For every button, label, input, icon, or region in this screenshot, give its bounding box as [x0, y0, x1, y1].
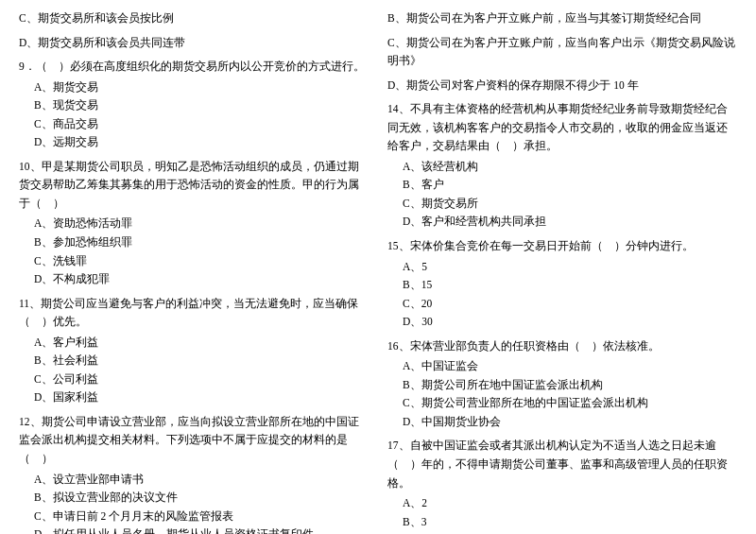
q16-option-b: B、期货公司所在地中国证监会派出机构 [387, 376, 737, 395]
q16-text: 16、宋体营业部负责人的任职资格由（ ）依法核准。 [387, 337, 737, 356]
q9-text: 9．（ ）必须在高度组织化的期货交易所内以公开竞价的方式进行。 [19, 58, 369, 77]
item-b-sign-contract: B、期货公司在为客户开立账户前，应当与其签订期货经纪合同 [387, 9, 737, 28]
q11-option-d: D、国家利益 [19, 388, 369, 407]
item-d-exchange-joint: D、期货交易所和该会员共同连带 [19, 34, 369, 53]
q14-option-c: C、期货交易所 [387, 195, 737, 214]
q11-option-b: B、社会利益 [19, 352, 369, 370]
item-d-10year-text: D、期货公司对客户资料的保存期限不得少于 10 年 [387, 77, 737, 95]
q9-option-b: B、现货交易 [19, 96, 369, 115]
q15-option-b: B、15 [387, 276, 737, 295]
question-15: 15、宋体价集合竞价在每一交易日开始前（ ）分钟内进行。 A、5 B、15 C、… [387, 237, 737, 332]
left-column: C、期货交易所和该会员按比例 D、期货交易所和该会员共同连带 9．（ ）必须在高… [19, 9, 369, 534]
q12-option-c: C、申请日前 2 个月月末的风险监管报表 [19, 508, 369, 526]
q16-option-a: A、中国证监会 [387, 357, 737, 376]
question-11: 11、期货公司应当避免与客户的利益冲突，当无法避免时，应当确保（ ）优先。 A、… [19, 295, 369, 407]
q12-text: 12、期货公司申请设立营业部，应当向拟设立营业部所在地的中国证监会派出机构提交相… [19, 413, 369, 469]
q12-option-d: D、拟任用从业人员名册、期货从业人员资格证书复印件 [19, 525, 369, 534]
q9-option-c: C、商品交易 [19, 115, 369, 134]
q16-option-d: D、中国期货业协会 [387, 413, 737, 432]
q15-option-a: A、5 [387, 258, 737, 277]
q11-option-c: C、公司利益 [19, 370, 369, 389]
item-d-text: D、期货交易所和该会员共同连带 [19, 34, 369, 53]
q17-option-a: A、2 [387, 494, 737, 513]
item-d-10year: D、期货公司对客户资料的保存期限不得少于 10 年 [387, 77, 737, 95]
item-c-risk-text: C、期货公司在为客户开立账户前，应当向客户出示《期货交易风险说明书》 [387, 34, 737, 71]
question-17: 17、自被中国证监会或者其派出机构认定为不适当人选之日起未逾（ ）年的，不得申请… [387, 437, 737, 534]
q14-text: 14、不具有主体资格的经营机构从事期货经纪业务前导致期货经纪合同无效，该机构客客… [387, 100, 737, 156]
right-column: B、期货公司在为客户开立账户前，应当与其签订期货经纪合同 C、期货公司在为客户开… [387, 9, 737, 534]
question-9: 9．（ ）必须在高度组织化的期货交易所内以公开竞价的方式进行。 A、期货交易 B… [19, 58, 369, 152]
item-c-exchange-fee: C、期货交易所和该会员按比例 [19, 9, 369, 28]
question-10: 10、甲是某期货公司职员，明知乙是恐怖活动组织的成员，仍通过期货交易帮助乙筹集其… [19, 158, 369, 289]
q11-text: 11、期货公司应当避免与客户的利益冲突，当无法避免时，应当确保（ ）优先。 [19, 295, 369, 332]
q10-option-b: B、参加恐怖组织罪 [19, 233, 369, 252]
q14-option-b: B、客户 [387, 176, 737, 195]
q9-option-a: A、期货交易 [19, 78, 369, 97]
q17-option-b: B、3 [387, 513, 737, 532]
item-b-text: B、期货公司在为客户开立账户前，应当与其签订期货经纪合同 [387, 9, 737, 28]
question-16: 16、宋体营业部负责人的任职资格由（ ）依法核准。 A、中国证监会 B、期货公司… [387, 337, 737, 432]
page-container: C、期货交易所和该会员按比例 D、期货交易所和该会员共同连带 9．（ ）必须在高… [19, 9, 737, 534]
item-c-risk-book: C、期货公司在为客户开立账户前，应当向客户出示《期货交易风险说明书》 [387, 34, 737, 71]
q10-text: 10、甲是某期货公司职员，明知乙是恐怖活动组织的成员，仍通过期货交易帮助乙筹集其… [19, 158, 369, 214]
q10-option-d: D、不构成犯罪 [19, 270, 369, 289]
question-14: 14、不具有主体资格的经营机构从事期货经纪业务前导致期货经纪合同无效，该机构客客… [387, 100, 737, 232]
q12-option-a: A、设立营业部申请书 [19, 471, 369, 490]
q15-text: 15、宋体价集合竞价在每一交易日开始前（ ）分钟内进行。 [387, 237, 737, 256]
q12-option-b: B、拟设立营业部的决议文件 [19, 489, 369, 508]
q14-option-a: A、该经营机构 [387, 158, 737, 177]
q15-option-d: D、30 [387, 313, 737, 332]
q10-option-a: A、资助恐怖活动罪 [19, 215, 369, 233]
q9-option-d: D、远期交易 [19, 133, 369, 152]
q17-text: 17、自被中国证监会或者其派出机构认定为不适当人选之日起未逾（ ）年的，不得申请… [387, 437, 737, 492]
question-12: 12、期货公司申请设立营业部，应当向拟设立营业部所在地的中国证监会派出机构提交相… [19, 413, 369, 534]
q16-option-c: C、期货公司营业部所在地的中国证监会派出机构 [387, 394, 737, 413]
q15-option-c: C、20 [387, 295, 737, 314]
item-c-text: C、期货交易所和该会员按比例 [19, 9, 369, 28]
q10-option-c: C、洗钱罪 [19, 252, 369, 271]
q14-option-d: D、客户和经营机构共同承担 [387, 213, 737, 232]
two-column-layout: C、期货交易所和该会员按比例 D、期货交易所和该会员共同连带 9．（ ）必须在高… [19, 9, 737, 534]
q11-option-a: A、客户利益 [19, 334, 369, 353]
